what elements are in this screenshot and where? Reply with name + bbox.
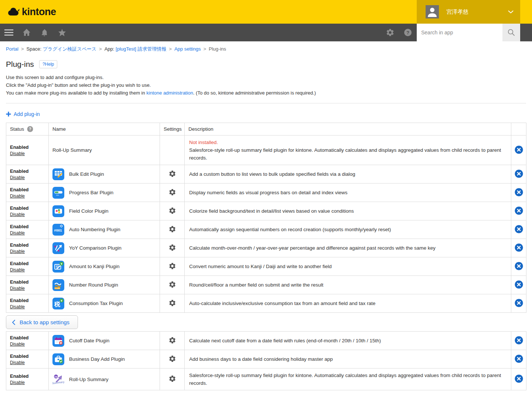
plugin-settings-gear-icon[interactable] [168,225,176,233]
settings-gear-icon[interactable] [381,24,399,41]
delete-x-icon [515,188,523,196]
add-plugin-button[interactable]: Add plug-in [6,111,40,117]
plugin-description: Calculate month-over-month / year-over-y… [189,244,507,252]
delete-x-icon [515,280,523,289]
plugin-name: Cutoff Date Plugin [69,338,109,343]
plugin-settings-gear-icon[interactable] [168,262,176,270]
star-icon[interactable] [53,24,71,41]
svg-text:¥: ¥ [61,262,62,265]
plugin-settings-gear-icon[interactable] [168,207,176,215]
delete-x-icon [515,355,523,363]
plugin-description: Salesforce-style roll-up summary field p… [189,371,507,387]
breadcrumb-current: Plug-ins [209,46,226,52]
plugin-row: Enabled Disable Cutoff Date Plugin Calcu… [6,332,526,350]
delete-plugin-button[interactable] [515,299,523,307]
yoy-comparison-icon [52,242,64,254]
disable-link[interactable]: Disable [10,230,25,236]
svg-text:?: ? [406,30,409,35]
delete-plugin-button[interactable] [515,355,523,363]
plugin-settings-gear-icon[interactable] [168,170,176,178]
help-icon[interactable]: ? [399,24,417,41]
plugin-name: Consumption Tax Plugin [69,301,123,306]
consumption-tax-icon: 税¥ [52,298,64,309]
kintone-administration-link[interactable]: kintone administration [146,90,193,96]
disable-link[interactable]: Disable [10,304,25,309]
svg-text:¥: ¥ [61,299,62,302]
delete-plugin-button[interactable] [515,206,523,215]
plugin-row: Enabled Disable Business Day Add Plugin … [6,350,526,369]
delete-plugin-button[interactable] [515,188,523,196]
chevron-left-icon [12,319,16,325]
disable-link[interactable]: Disable [10,175,25,180]
intro-line-2: Click the "Add plug-in" button and selec… [6,81,526,89]
disable-link[interactable]: Disable [10,193,25,199]
disable-link[interactable]: Disable [10,360,25,365]
delete-plugin-button[interactable] [515,280,523,289]
breadcrumb-link[interactable]: [plugTest] 請求管理情報 [116,46,166,52]
home-icon[interactable] [18,24,35,41]
svg-text:Up: Up [55,376,58,378]
delete-plugin-button[interactable] [515,336,523,345]
plus-icon [6,112,11,117]
delete-x-icon [515,262,523,270]
breadcrumb-link[interactable]: App settings [174,46,201,52]
breadcrumb-link[interactable]: プラグイン検証スペース [43,46,96,52]
status-enabled-label: Enabled [10,168,45,174]
svg-text:Summary: Summary [52,380,64,385]
intro-text: Use this screen to add and configure plu… [6,73,526,97]
breadcrumb-link[interactable]: Portal [6,46,18,52]
table-header-row: Status ? Name Settings Description [6,123,526,136]
delete-plugin-button[interactable] [515,225,523,233]
delete-x-icon [515,374,523,383]
bell-icon[interactable] [35,24,53,41]
delete-plugin-button[interactable] [515,243,523,252]
svg-text:?: ? [29,127,31,131]
disable-link[interactable]: Disable [10,249,25,254]
intro-line-3: You can make more plug-ins available to … [6,89,526,97]
plugin-description: Round/ceil/floor a number field on submi… [189,281,507,289]
plugin-settings-gear-icon[interactable] [168,281,176,288]
disable-link[interactable]: Disable [10,380,25,385]
plugins-list-bottom: Enabled Disable Cutoff Date Plugin Calcu… [6,332,526,390]
status-enabled-label: Enabled [10,224,45,229]
plugin-settings-gear-icon[interactable] [168,355,176,363]
plugins-table-bottom: Enabled Disable Cutoff Date Plugin Calcu… [6,331,526,390]
breadcrumb-prefix: App: [105,46,116,52]
disable-link[interactable]: Disable [10,267,25,273]
delete-plugin-button[interactable] [515,262,523,270]
plugin-settings-gear-icon[interactable] [168,336,176,344]
delete-plugin-button[interactable] [515,374,523,383]
plugin-row: Enabled Disable 50% Progress Bar Plugin … [6,184,526,202]
plugin-name: Roll-Up Summary [69,377,109,382]
plugin-name: Auto Numbering Plugin [69,227,120,232]
search-button[interactable] [502,24,520,41]
disable-link[interactable]: Disable [10,286,25,291]
disable-link[interactable]: Disable [10,212,25,217]
delete-plugin-button[interactable] [515,145,523,154]
progress-bar-icon: 50% [52,187,64,199]
plugins-list-top: Enabled Disable Roll-Up Summary Not inst… [6,136,526,313]
disable-link[interactable]: Disable [10,342,25,347]
plugin-settings-gear-icon[interactable] [168,299,176,307]
plugin-settings-gear-icon[interactable] [168,244,176,251]
breadcrumb-prefix: Space: [27,46,43,52]
help-link[interactable]: ?Help [39,60,57,68]
plugin-description: Automatically assign sequential numbers … [189,226,507,233]
user-menu[interactable]: 宮澤孝慈 [417,0,520,24]
search-input[interactable] [417,24,502,41]
back-to-app-settings-button[interactable]: Back to app settings [6,315,78,329]
hamburger-menu-icon[interactable] [0,24,18,41]
breadcrumb: Portal>Space: プラグイン検証スペース>App: [plugTest… [0,41,532,55]
cutoff-date-icon [52,335,64,347]
kintone-logo[interactable]: kintone [7,6,56,18]
delete-x-icon [515,299,523,307]
amount-to-kanji-icon: ¥ [52,261,64,273]
delete-x-icon [515,145,523,154]
logo-text: kintone [22,6,56,18]
delete-plugin-button[interactable] [515,169,523,178]
disable-link[interactable]: Disable [10,151,25,156]
plugin-settings-gear-icon[interactable] [168,188,176,196]
plugin-row: Enabled Disable ROUND Number Round Plugi… [6,276,526,294]
status-help-icon[interactable]: ? [27,126,33,132]
plugin-settings-gear-icon[interactable] [168,375,176,383]
